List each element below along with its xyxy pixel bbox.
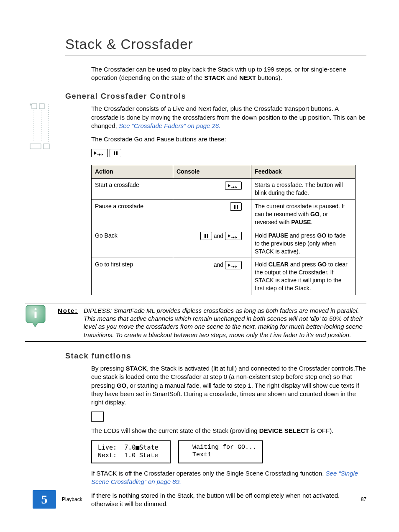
svg-marker-24 [233, 236, 235, 238]
sec2-p3: If STACK is off the Crossfader operates … [91, 469, 366, 486]
p-text: is OFF). [309, 427, 333, 434]
svg-marker-15 [228, 184, 230, 187]
fb-text: . [311, 219, 312, 225]
page-footer: 5 Playback 87 [33, 490, 366, 509]
svg-rect-19 [234, 205, 235, 209]
fb-text: Hold [255, 232, 269, 239]
fb-pause: PAUSE [269, 232, 288, 239]
sec2-p2: The LCDs will show the current state of … [91, 427, 366, 435]
table-row: Start a crossfade Starts a crossfade. Th… [92, 179, 356, 200]
cell-action: Pause a crossfade [92, 200, 173, 229]
fb-go: GO [317, 232, 326, 239]
page-title: Stack & Crossfader [65, 35, 366, 54]
note-text: DIPLESS: SmartFade ML provides dipless c… [84, 307, 366, 339]
cell-console [173, 200, 251, 229]
cell-action: Start a crossfade [92, 179, 173, 200]
info-icon [25, 304, 46, 329]
svg-rect-1 [39, 104, 44, 109]
table-row: Go Back and Hold PAUSE and press GO to f… [92, 229, 356, 258]
svg-rect-14 [116, 151, 118, 155]
svg-marker-28 [233, 266, 235, 268]
svg-marker-29 [235, 266, 237, 268]
th-action: Action [92, 165, 173, 179]
note-block: Note: DIPLESS: SmartFade ML provides dip… [25, 304, 366, 342]
svg-marker-16 [233, 186, 235, 188]
and-label: and [214, 233, 223, 239]
p-text: The LCDs will show the current state of … [91, 427, 259, 434]
sec2-p1: By pressing STACK, the Stack is activate… [91, 364, 366, 407]
pause-button-icon [110, 149, 121, 157]
svg-marker-23 [228, 234, 230, 238]
device-select-word: DEVICE SELECT [259, 427, 309, 434]
lcd-line: Waiting for GO... [185, 444, 256, 451]
svg-rect-21 [205, 234, 206, 238]
go-button-icon [225, 261, 242, 269]
fb-text: The current crossfade is paused. It can … [255, 203, 345, 217]
svg-rect-7 [30, 144, 41, 149]
lcd-display-row: Live: 7.0■State Next: 1.0 State Waiting … [91, 440, 366, 464]
intro-text-after: buttons). [256, 74, 282, 81]
fb-text: and press [288, 232, 317, 239]
go-button-icon [225, 232, 242, 240]
svg-marker-9 [94, 151, 97, 155]
chapter-number-badge: 5 [33, 490, 56, 509]
svg-marker-27 [228, 263, 230, 267]
svg-marker-25 [235, 236, 237, 238]
th-feedback: Feedback [251, 165, 356, 179]
cell-console [173, 179, 251, 200]
p-text: , or starting a manual fade, will fade t… [91, 382, 359, 406]
go-word: GO [117, 382, 126, 389]
footer-section-label: Playback [62, 496, 82, 503]
intro-text-mid: and [225, 74, 239, 81]
th-console: Console [173, 165, 251, 179]
lcd-left: Live: 7.0■State Next: 1.0 State [91, 440, 171, 464]
fb-go: GO [310, 211, 320, 217]
svg-rect-13 [114, 151, 115, 155]
svg-marker-17 [235, 186, 237, 188]
fb-clear: CLEAR [269, 261, 289, 268]
svg-point-31 [35, 308, 37, 310]
table-row: Go to first step and Hold CLEAR and pres… [92, 258, 356, 295]
pause-button-icon [230, 202, 242, 211]
svg-rect-32 [35, 312, 37, 318]
lcd-right: Waiting for GO... Text1 [178, 440, 263, 464]
sec1-p2: The Crossfade Go and Pause buttons are t… [91, 135, 366, 143]
cell-action: Go to first step [92, 258, 173, 295]
lcd-line: Next: 1.0 State [98, 452, 158, 459]
go-button-icon [91, 149, 108, 157]
section-general-crossfader-controls: General Crossfader Controls [65, 91, 366, 101]
svg-rect-8 [43, 144, 49, 149]
cell-feedback: Hold PAUSE and press GO to fade to the p… [251, 229, 356, 258]
intro-stack-word: STACK [204, 74, 225, 81]
fb-pause: PAUSE [291, 219, 311, 225]
fader-diagram-icon [29, 102, 56, 154]
fb-text: and press [289, 261, 317, 268]
stack-word: STACK [126, 365, 147, 372]
svg-rect-0 [32, 104, 37, 109]
pause-button-icon [200, 232, 212, 240]
p-text: By pressing [91, 365, 126, 372]
title-rule [65, 56, 366, 56]
lcd-line: Text1 [185, 451, 211, 458]
svg-marker-10 [99, 153, 101, 156]
and-label: and [214, 261, 223, 268]
cell-feedback: Starts a crossfade. The button will blin… [251, 179, 356, 200]
sec1-p1: The Crossfader consists of a Live and Ne… [91, 105, 366, 130]
section-stack-functions: Stack functions [65, 351, 366, 361]
svg-rect-20 [237, 205, 238, 209]
lcd-line: Live: 7.0■State [98, 444, 159, 451]
fb-text: Hold [255, 261, 269, 268]
cell-console: and [173, 229, 251, 258]
page-number: 87 [361, 496, 366, 503]
p-text: If STACK is off the Crossfader operates … [91, 470, 326, 477]
crossfade-faders-link[interactable]: See “Crossfade Faders” on page 26. [119, 122, 220, 129]
svg-rect-22 [207, 234, 208, 238]
cell-feedback: Hold CLEAR and press GO to clear the out… [251, 258, 356, 295]
cell-feedback: The current crossfade is paused. It can … [251, 200, 356, 229]
svg-marker-11 [102, 153, 103, 156]
intro-paragraph: The Crossfader can be used to play back … [91, 65, 366, 82]
table-row: Pause a crossfade The current crossfade … [92, 200, 356, 229]
intro-next-word: NEXT [239, 74, 256, 81]
empty-button-placeholder [91, 412, 104, 422]
go-pause-button-row [91, 148, 366, 157]
